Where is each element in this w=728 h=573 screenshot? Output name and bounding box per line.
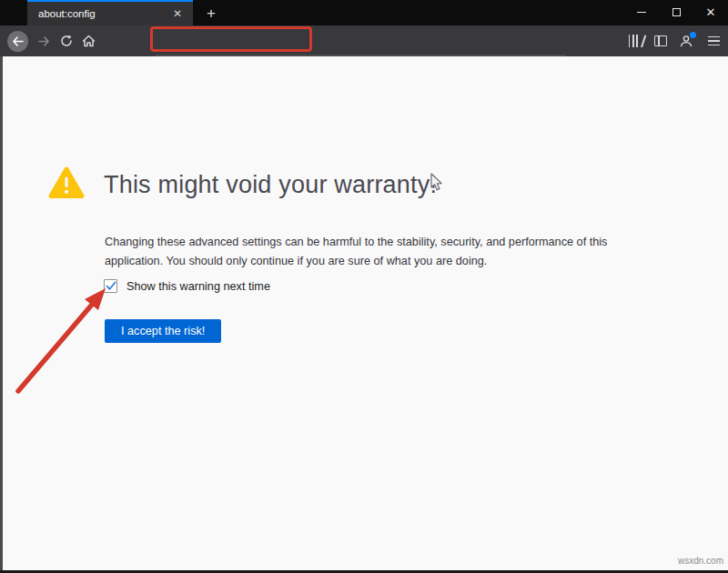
close-button[interactable]: ✕ xyxy=(693,0,728,24)
mouse-cursor xyxy=(430,173,444,192)
home-icon xyxy=(82,35,96,47)
maximize-icon xyxy=(672,8,681,16)
tab-close-icon[interactable]: ✕ xyxy=(169,5,186,22)
tab-bar: about:config ✕ + ✕ xyxy=(0,0,728,25)
watermark: wsxdn.com xyxy=(678,556,723,566)
forward-icon xyxy=(38,36,50,46)
back-icon xyxy=(7,31,28,52)
annotation-arrow xyxy=(7,277,116,400)
reload-icon xyxy=(60,35,73,47)
warning-icon xyxy=(48,166,85,200)
account-notification-badge xyxy=(690,32,696,38)
show-warning-option: Show this warning next time xyxy=(104,279,270,293)
maximize-button[interactable] xyxy=(659,0,693,24)
back-button[interactable] xyxy=(6,25,28,56)
minimize-button[interactable] xyxy=(624,0,659,24)
page-title: This might void your warranty! xyxy=(104,171,437,199)
account-button[interactable] xyxy=(675,25,697,56)
new-tab-button[interactable]: + xyxy=(198,2,224,25)
home-button[interactable] xyxy=(77,25,99,56)
window-controls: ✕ xyxy=(624,0,728,24)
browser-window: about:config ✕ + ✕ xyxy=(0,0,728,573)
checkbox-label[interactable]: Show this warning next time xyxy=(126,280,270,293)
reload-button[interactable] xyxy=(56,25,77,56)
menu-button[interactable] xyxy=(703,25,724,56)
left-edge-border xyxy=(0,56,3,570)
sidebar-button[interactable] xyxy=(650,25,672,56)
library-button[interactable] xyxy=(624,25,646,56)
accept-risk-button[interactable]: I accept the risk! xyxy=(105,319,221,343)
forward-button[interactable] xyxy=(33,25,55,56)
about-config-warning-page: This might void your warranty! Changing … xyxy=(0,56,728,570)
hamburger-icon xyxy=(708,36,720,46)
sidebar-icon xyxy=(654,35,667,46)
minimize-icon xyxy=(637,12,646,13)
navigation-toolbar: Firefox about:config ☆ xyxy=(0,25,728,56)
annotation-highlight-box xyxy=(150,26,312,52)
library-icon xyxy=(629,35,642,47)
tab-title: about:config xyxy=(38,8,169,19)
warning-description: Changing these advanced settings can be … xyxy=(105,233,669,271)
tab-about-config[interactable]: about:config ✕ xyxy=(27,0,193,25)
